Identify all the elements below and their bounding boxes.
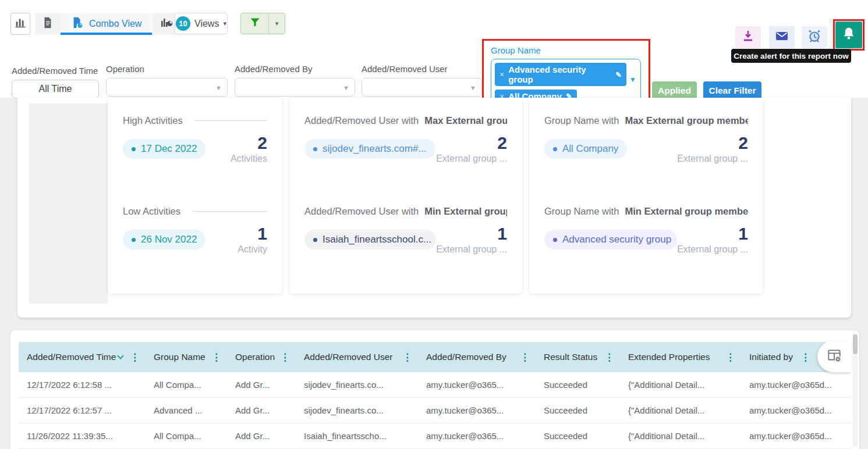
table-header-row: Added/Removed Time ⋮ Group Name ⋮ Operat… <box>19 342 851 372</box>
download-icon <box>741 29 755 45</box>
min-group-section: Group Name with Min External group membe… <box>544 186 748 275</box>
bullet-dot-icon <box>553 147 557 151</box>
cell-time: 12/17/2022 6:12:57 ... <box>19 405 146 415</box>
cell-extended: {"Additional Detail... <box>620 431 741 441</box>
cell-status: Succeeded <box>536 380 620 390</box>
low-activities-section: Low Activities 26 Nov 2022 1 Activity <box>123 186 267 275</box>
table-row[interactable]: 11/26/2022 11:39:35... All Compa... Add … <box>19 423 851 449</box>
cell-time: 11/26/2022 11:39:35... <box>19 431 146 441</box>
metric-value: 2 <box>231 134 267 152</box>
column-header-group-name[interactable]: Group Name ⋮ <box>146 342 227 372</box>
filter-field-added-removed-by: Added/Removed By ▼ <box>235 64 355 97</box>
cell-user: sijodev_finearts.co... <box>296 405 418 415</box>
metric-unit: External group ... <box>436 154 507 163</box>
column-header-added-removed-user[interactable]: Added/Removed User ⋮ <box>296 342 418 372</box>
column-header-result-status[interactable]: Result Status ⋮ <box>536 342 620 372</box>
activities-card: High Activities 17 Dec 2022 2 Activities… <box>108 98 282 294</box>
added-removed-user-select[interactable]: ▼ <box>362 78 482 97</box>
cell-user: sijodev_finearts.co... <box>296 380 418 390</box>
document-icon <box>41 16 54 31</box>
cell-user: Isaiah_fineartsscho... <box>296 431 418 441</box>
records-table-panel: Added/Removed Time ⋮ Group Name ⋮ Operat… <box>10 330 859 449</box>
operation-select[interactable]: ▼ <box>106 78 228 97</box>
tab-combo-label: Combo View <box>89 19 141 29</box>
applied-button[interactable]: Applied <box>652 81 697 99</box>
table-body: 12/17/2022 6:12:58 ... All Compa... Add … <box>19 372 851 449</box>
metric-unit: External group ... <box>677 245 748 254</box>
added-removed-by-select[interactable]: ▼ <box>235 78 355 97</box>
title-rule <box>194 120 267 121</box>
envelope-icon <box>774 29 789 45</box>
cell-extended: {"Additional Detail... <box>620 405 741 415</box>
column-settings-button[interactable] <box>817 341 851 372</box>
filter-user-label: Added/Removed User <box>362 64 482 74</box>
filter-field-operation: Operation ▼ <box>106 64 228 97</box>
cell-operation: Add Gr... <box>227 380 296 390</box>
filter-by-label: Added/Removed By <box>235 64 355 74</box>
email-report-button[interactable] <box>769 26 795 48</box>
cell-operation: Add Gr... <box>227 431 296 441</box>
bullet-dot-icon <box>313 238 317 242</box>
column-menu-icon[interactable]: ⋮ <box>280 352 290 362</box>
metric-unit: Activity <box>238 245 267 254</box>
tab-combo-view[interactable]: Combo View <box>61 13 152 35</box>
chevron-down-icon: ▼ <box>215 84 222 91</box>
date-pill[interactable]: 26 Nov 2022 <box>123 230 206 250</box>
section-title: Group Name with Min External group membe… <box>544 206 748 217</box>
chart-view-button[interactable] <box>10 13 30 35</box>
column-header-extended-properties[interactable]: Extended Properties ⋮ <box>620 342 741 372</box>
create-alert-tooltip: Create alert for this report now <box>731 49 851 63</box>
metric-value: 1 <box>238 225 267 243</box>
metric-value: 2 <box>677 134 748 152</box>
filter-split-button: ▾ <box>240 13 285 34</box>
user-external-group-card: Added/Removed User with Max External gro… <box>289 98 522 294</box>
cell-by: amy.tucker@o365... <box>418 380 536 390</box>
high-activities-section: High Activities 17 Dec 2022 2 Activities <box>123 98 267 186</box>
metric-value: 1 <box>677 225 748 243</box>
clear-filter-button[interactable]: Clear Filter <box>703 81 761 99</box>
column-menu-icon[interactable]: ⋮ <box>725 352 735 362</box>
column-menu-icon[interactable]: ⋮ <box>520 352 530 362</box>
column-menu-icon[interactable]: ⋮ <box>211 352 221 362</box>
column-menu-icon[interactable]: ⋮ <box>604 352 614 362</box>
column-header-operation[interactable]: Operation ⋮ <box>227 342 296 372</box>
column-menu-icon[interactable]: ⋮ <box>402 352 412 362</box>
scrollbar-thumb[interactable] <box>853 334 858 354</box>
filter-options-caret[interactable]: ▾ <box>268 13 285 34</box>
user-pill[interactable]: Isaiah_fineartsschool.c... <box>304 230 436 250</box>
filter-field-time: Added/Removed Time All Time <box>12 66 99 98</box>
cell-status: Succeeded <box>536 405 620 415</box>
table-scrollbar[interactable] <box>853 333 858 447</box>
views-label: Views <box>194 19 219 29</box>
column-header-time[interactable]: Added/Removed Time ⋮ <box>19 342 146 372</box>
time-range-button[interactable]: All Time <box>12 80 99 98</box>
cell-by: amy.tucker@o365... <box>418 431 536 441</box>
filter-button[interactable] <box>241 13 268 34</box>
tab-grid-view[interactable] <box>35 13 61 35</box>
schedule-report-button[interactable] <box>802 26 827 48</box>
max-group-section: Group Name with Max External group membe… <box>544 98 748 186</box>
funnel-icon <box>249 17 261 31</box>
column-header-added-removed-by[interactable]: Added/Removed By ⋮ <box>418 342 536 372</box>
user-pill[interactable]: sijodev_finearts.com#... <box>304 139 435 159</box>
filter-field-added-removed-user: Added/Removed User ▼ <box>362 64 482 97</box>
table-row[interactable]: 12/17/2022 6:12:57 ... Advanced ... Add … <box>19 398 851 423</box>
download-report-button[interactable] <box>735 26 761 48</box>
column-menu-icon[interactable]: ⋮ <box>130 352 140 362</box>
views-dropdown[interactable]: 10 Views ▾ <box>175 13 228 34</box>
section-title: Added/Removed User with Max External gro… <box>304 115 507 126</box>
bullet-dot-icon <box>313 147 317 151</box>
date-pill[interactable]: 17 Dec 2022 <box>123 139 206 159</box>
sort-chevron-icon[interactable] <box>117 352 123 359</box>
bullet-dot-icon <box>132 147 136 151</box>
cell-time: 12/17/2022 6:12:58 ... <box>19 380 146 390</box>
column-menu-icon[interactable]: ⋮ <box>800 352 810 362</box>
group-pill[interactable]: All Company <box>544 139 627 159</box>
table-row[interactable]: 12/17/2022 6:12:58 ... All Compa... Add … <box>19 372 851 398</box>
cell-group-name: Advanced ... <box>146 405 227 415</box>
group-pill[interactable]: Advanced security group <box>544 230 677 250</box>
max-user-section: Added/Removed User with Max External gro… <box>304 98 507 186</box>
cell-extended: {"Additional Detail... <box>620 380 741 390</box>
view-tabstrip: Combo View <box>35 13 181 35</box>
section-title: Low Activities <box>123 206 267 217</box>
